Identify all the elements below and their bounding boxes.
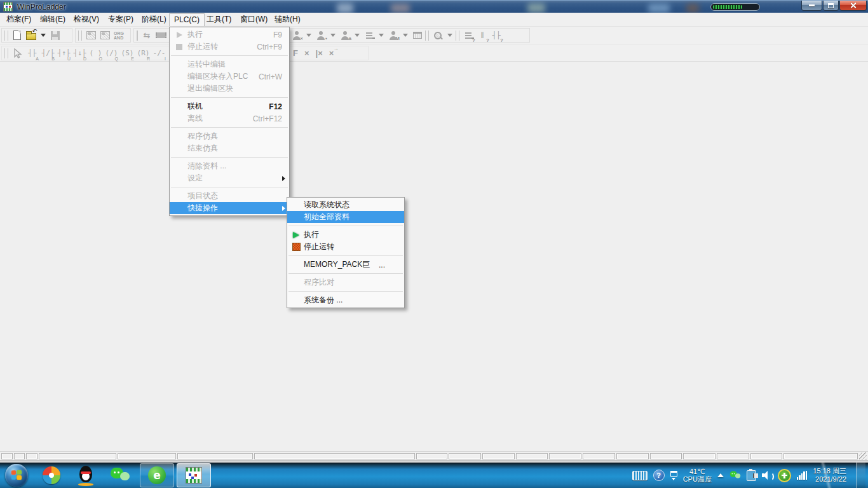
password-dropdown-icon[interactable] — [355, 34, 360, 37]
monitor-status-button[interactable]: × — [290, 29, 304, 42]
menu-project[interactable]: 专案(P) — [104, 13, 138, 25]
toolbar-grip[interactable] — [4, 48, 8, 58]
status-page-icon — [86, 31, 96, 39]
function-button[interactable]: F — [293, 48, 298, 58]
calendar-button[interactable] — [410, 29, 424, 42]
monitor-list-button[interactable] — [362, 29, 376, 42]
new-file-button[interactable] — [10, 29, 24, 42]
coil-out-button[interactable]: ( )O — [88, 46, 104, 60]
stop-orange-icon — [292, 243, 301, 251]
menu-item-run-quick[interactable]: 执行 — [287, 229, 404, 241]
title-bar: WinProLadder — [0, 0, 868, 13]
menu-item-system-backup[interactable]: 系统备份 ... — [287, 294, 404, 306]
menu-item-stop-run-quick[interactable]: 停止运转 — [287, 241, 404, 253]
contact-down-button[interactable]: ┤↓├D — [72, 46, 88, 60]
menu-view[interactable]: 检视(V) — [69, 13, 104, 25]
restore-button[interactable] — [823, 1, 839, 11]
menu-file[interactable]: 档案(F) — [2, 13, 36, 25]
menu-item-initialize-all-data[interactable]: 初始全部资料 — [287, 211, 404, 223]
menu-edit[interactable]: 编辑(E) — [36, 13, 70, 25]
close-button[interactable] — [839, 1, 867, 11]
volume-icon[interactable] — [762, 471, 772, 480]
status-page-button[interactable] — [84, 29, 98, 42]
help-icon[interactable]: ? — [653, 470, 665, 481]
toolbar-grip[interactable] — [456, 30, 459, 41]
network-signal-icon[interactable] — [797, 471, 808, 480]
monitor-user-button[interactable]: ▪ — [314, 29, 328, 42]
menu-item-exit-edit-block[interactable]: 退出编辑区块 — [170, 83, 289, 95]
menu-item-stop-run[interactable]: 停止运转 Ctrl+F9 — [170, 41, 289, 53]
start-button[interactable] — [5, 464, 28, 487]
contact-b-button[interactable]: ┤/├B — [40, 46, 56, 60]
status-segment — [39, 453, 116, 459]
io-update-button[interactable]: ⇆ — [140, 29, 154, 42]
delete-column-button[interactable]: ×→ — [329, 48, 334, 58]
inverter-button[interactable]: -/-I — [151, 46, 167, 60]
menu-item-memory-pack[interactable]: MEMORY_PACK巨 ... — [287, 259, 404, 271]
contact-up-button[interactable]: ┤↑├U — [56, 46, 72, 60]
360-safety-icon[interactable] — [778, 469, 791, 482]
contact-a-button[interactable]: ┤├A — [24, 46, 40, 60]
list-help-button[interactable]: ? — [461, 29, 475, 42]
taskbar-wechat-button[interactable] — [109, 464, 131, 486]
save-button[interactable] — [48, 29, 62, 42]
memory-monitor-dropdown-icon[interactable] — [403, 34, 408, 37]
menu-item-program-compare[interactable]: 程序比对 — [287, 276, 404, 288]
menu-plc[interactable]: PLC(C) — [169, 13, 205, 26]
zoom-button[interactable] — [431, 29, 445, 42]
select-cursor-button[interactable] — [10, 46, 24, 60]
ladder-help-button[interactable]: ⫼? — [475, 29, 489, 42]
status-segment — [118, 453, 177, 459]
org-and-button[interactable]: ORG AND — [112, 29, 126, 42]
menu-item-end-simulation[interactable]: 结束仿真 — [170, 142, 289, 154]
menu-item-program-simulation[interactable]: 程序仿真 — [170, 130, 289, 142]
menu-tools[interactable]: 工具(T) — [202, 13, 236, 25]
menu-item-quick-operations[interactable]: 快捷操作 — [170, 202, 289, 214]
monitor-list-dropdown-icon[interactable] — [379, 34, 384, 37]
coil-set-button[interactable]: (S)E — [119, 46, 135, 60]
menu-item-settings[interactable]: 设定 — [170, 172, 289, 184]
show-hidden-icons-button[interactable] — [717, 473, 724, 477]
toolbar-grip[interactable] — [425, 30, 429, 41]
menu-help[interactable]: 辅助(H) — [270, 13, 305, 25]
menu-item-offline[interactable]: 离线 Ctrl+F12 — [170, 112, 289, 125]
keyboard-icon[interactable] — [632, 471, 648, 480]
show-desktop-button[interactable] — [856, 463, 865, 488]
menu-window[interactable]: 窗口(W) — [236, 13, 272, 25]
menu-item-save-edit-block[interactable]: 编辑区块存入PLC Ctrl+W — [170, 71, 289, 83]
taskbar-sogou-button[interactable] — [41, 464, 62, 486]
open-dropdown-arrow-icon[interactable] — [41, 34, 46, 37]
menu-item-online[interactable]: 联机 F12 — [170, 100, 289, 112]
delete-row-button[interactable]: |× — [316, 48, 323, 58]
taskbar-360browser-button[interactable]: e — [140, 463, 174, 487]
contact-help-button[interactable]: ┤├? — [489, 29, 503, 42]
cpu-temperature-widget[interactable]: 41℃ CPU温度 — [683, 468, 712, 483]
memory-monitor-button[interactable]: M — [386, 29, 400, 42]
usb-device-icon[interactable] — [747, 470, 756, 481]
coil-reset-button[interactable]: (R)R — [135, 46, 151, 60]
taskbar-winproladder-button[interactable] — [177, 463, 211, 487]
coil-not-button[interactable]: (/)Q — [104, 46, 119, 60]
taskbar-qq-button[interactable] — [75, 464, 97, 486]
menu-item-read-system-status[interactable]: 读取系统状态 — [287, 199, 404, 211]
minimize-button[interactable] — [801, 1, 822, 11]
toolbar-grip[interactable] — [78, 30, 82, 41]
menu-item-project-status[interactable]: 项目状态 — [170, 190, 289, 202]
monitor-status-dropdown-icon[interactable] — [306, 34, 311, 37]
toolbar-grip[interactable] — [4, 30, 8, 41]
menu-item-clear-data[interactable]: 清除资料 ... — [170, 160, 289, 172]
menu-item-runtime-edit[interactable]: 运转中编辑 — [170, 58, 289, 71]
wechat-tray-icon[interactable] — [730, 470, 741, 480]
relay-status-button[interactable] — [98, 29, 112, 42]
toolbar-grip[interactable] — [137, 30, 138, 41]
menu-ladder[interactable]: 阶梯(L) — [137, 13, 171, 25]
password-button[interactable]: a — [338, 29, 352, 42]
resize-grip[interactable] — [859, 452, 867, 460]
memory-chip-button[interactable] — [154, 29, 168, 42]
delete-button[interactable]: × — [304, 48, 309, 58]
menu-item-run[interactable]: 执行 F9 — [170, 29, 289, 41]
open-file-button[interactable] — [24, 29, 38, 42]
zoom-dropdown-icon[interactable] — [447, 34, 452, 37]
monitor-user-dropdown-icon[interactable] — [330, 34, 336, 37]
language-bar-restore[interactable] — [670, 471, 677, 480]
